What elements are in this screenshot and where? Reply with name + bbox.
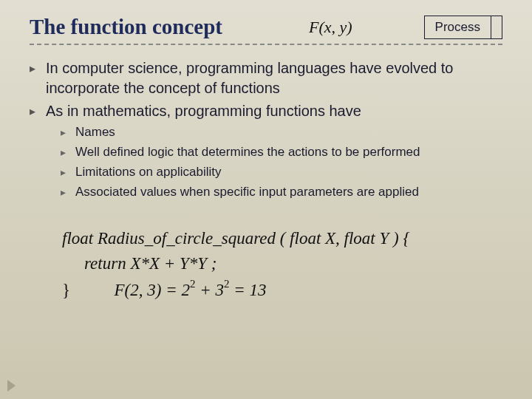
subbullet-1: ▸ Names bbox=[61, 124, 502, 141]
bullet-2: ▸ As in mathematics, programming functio… bbox=[30, 101, 502, 121]
subbullet-3: ▸ Limitations on applicability bbox=[61, 164, 502, 181]
math-line-1: float Radius_of_circle_squared ( float X… bbox=[62, 226, 502, 252]
subbullet-4: ▸ Associated values when specific input … bbox=[61, 184, 502, 201]
bullet-text: As in mathematics, programming functions… bbox=[46, 101, 361, 121]
subbullet-2: ▸ Well defined logic that determines the… bbox=[61, 144, 502, 161]
bullet-icon: ▸ bbox=[30, 61, 46, 98]
fxy-label: F(x, y) bbox=[309, 18, 352, 37]
subbullet-text: Well defined logic that determines the a… bbox=[75, 144, 420, 161]
process-label: Process bbox=[424, 16, 491, 39]
bullet-icon: ▸ bbox=[61, 126, 75, 141]
divider bbox=[30, 44, 502, 45]
slide: The function concept F(x, y) Process ▸ I… bbox=[0, 0, 532, 399]
bullet-icon: ▸ bbox=[61, 185, 75, 201]
subbullet-text: Limitations on applicability bbox=[75, 164, 222, 181]
slide-title: The function concept bbox=[30, 15, 222, 39]
code-math-block: float Radius_of_circle_squared ( float X… bbox=[30, 226, 502, 303]
content: ▸ In computer science, programming langu… bbox=[30, 58, 502, 303]
math-line-3: } F(2, 3) = 22 + 32 = 13 bbox=[62, 277, 502, 303]
math-line-2: return X*X + Y*Y ; bbox=[62, 251, 502, 277]
process-box: Process bbox=[424, 16, 502, 39]
next-slide-icon[interactable] bbox=[7, 380, 16, 392]
bullet-1: ▸ In computer science, programming langu… bbox=[30, 58, 502, 98]
subbullet-text: Associated values when specific input pa… bbox=[75, 184, 419, 201]
process-tab bbox=[491, 16, 502, 39]
header: The function concept F(x, y) Process bbox=[30, 15, 502, 39]
bullet-icon: ▸ bbox=[30, 103, 46, 121]
bullet-text: In computer science, programming languag… bbox=[46, 58, 502, 98]
bullet-icon: ▸ bbox=[61, 166, 75, 181]
bullet-icon: ▸ bbox=[61, 146, 75, 161]
subbullet-text: Names bbox=[75, 124, 115, 141]
